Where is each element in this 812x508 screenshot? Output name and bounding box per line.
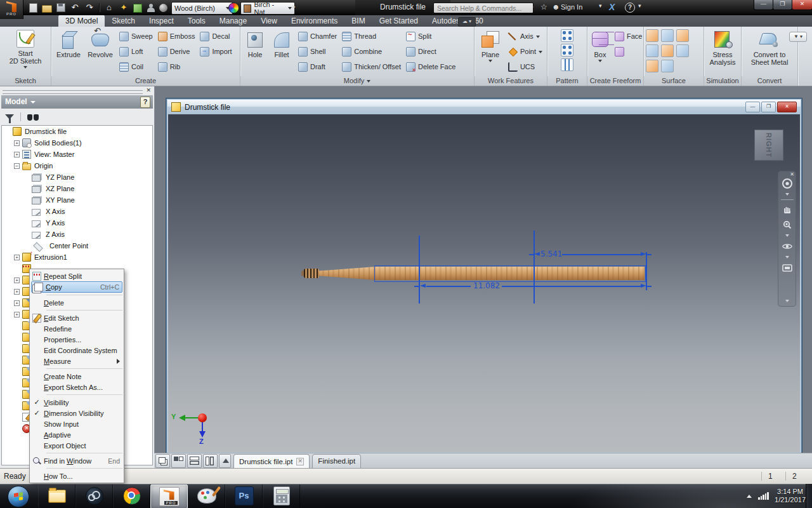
tab-manage[interactable]: Manage bbox=[213, 15, 254, 27]
doc-tab-drumstick[interactable]: Drumstick file.ipt ✕ bbox=[233, 454, 310, 469]
ribbon-button-thread[interactable]: Thread bbox=[340, 29, 403, 44]
extend-icon[interactable] bbox=[676, 29, 689, 42]
ribbon-button-delete-face[interactable]: Delete Face bbox=[404, 59, 457, 74]
a360-cloud-button[interactable]: ☁ ▾ bbox=[458, 17, 476, 27]
ribbon-button-thicken-offset[interactable]: Thicken/ Offset bbox=[340, 59, 403, 74]
work-features-panel-label[interactable]: Work Features bbox=[475, 76, 547, 86]
ribbon-button-ucs[interactable]: UCS bbox=[506, 59, 544, 74]
navigation-wheel-icon[interactable] bbox=[782, 178, 793, 189]
tab-close-icon[interactable]: ✕ bbox=[296, 458, 304, 465]
chevron-down-icon[interactable] bbox=[785, 256, 789, 258]
redo-icon[interactable]: ↷ bbox=[84, 3, 95, 13]
menu-item-visibility[interactable]: ✓Visibility bbox=[30, 397, 124, 408]
mirror-icon[interactable] bbox=[561, 58, 573, 71]
tile-vertical-button[interactable] bbox=[203, 454, 218, 468]
tree-item-view-master[interactable]: +View: Master bbox=[2, 149, 152, 160]
ribbon-button-sweep[interactable]: Sweep bbox=[117, 29, 155, 44]
ruled-icon[interactable] bbox=[646, 60, 658, 72]
tab-scroll-up-button[interactable] bbox=[219, 454, 231, 468]
menu-item-create-note[interactable]: Create Note bbox=[30, 371, 124, 382]
new-file-icon[interactable] bbox=[29, 3, 37, 13]
menu-item-properties[interactable]: Properties... bbox=[30, 334, 124, 345]
ribbon-button-face[interactable]: Face bbox=[613, 29, 644, 44]
cascade-windows-button[interactable] bbox=[155, 454, 170, 468]
tree-item-drumstick-file[interactable]: Drumstick file bbox=[2, 126, 152, 137]
menu-item-adaptive[interactable]: Adaptive bbox=[30, 429, 124, 440]
tab-view[interactable]: View bbox=[254, 15, 284, 27]
tree-item-center-point[interactable]: Center Point bbox=[2, 240, 152, 251]
taskbar-file-explorer[interactable] bbox=[38, 485, 75, 507]
document-window-titlebar[interactable]: Drumstick file — ❐ ✕ bbox=[167, 100, 801, 114]
expand-toggle-icon[interactable]: + bbox=[14, 140, 20, 146]
color-wheel-icon[interactable] bbox=[228, 3, 239, 13]
tree-item-xz-plane[interactable]: XZ Plane bbox=[2, 183, 152, 194]
stitch-icon[interactable] bbox=[646, 29, 658, 42]
create-panel-label[interactable]: Create bbox=[51, 76, 240, 86]
extrude-button[interactable]: Extrude bbox=[54, 29, 83, 58]
ribbon-button-draft[interactable]: Draft bbox=[296, 59, 339, 74]
ribbon-button-rib[interactable]: Rib bbox=[156, 59, 197, 74]
menu-item-how-to[interactable]: How To... bbox=[30, 471, 124, 481]
tab-inspect[interactable]: Inspect bbox=[142, 15, 181, 27]
ribbon-button-derive[interactable]: Derive bbox=[156, 44, 197, 59]
material-select[interactable]: Wood (Birch) bbox=[171, 2, 233, 15]
doc-restore-button[interactable]: ❐ bbox=[761, 102, 776, 112]
pan-hand-icon[interactable] bbox=[782, 204, 793, 215]
show-desktop-button[interactable] bbox=[806, 484, 812, 508]
tab-environments[interactable]: Environments bbox=[284, 15, 344, 27]
tree-item-extrusion1[interactable]: +Extrusion1 bbox=[2, 251, 152, 263]
favorites-star-icon[interactable]: ☆ bbox=[540, 3, 547, 11]
navbar-close-icon[interactable]: ✕ bbox=[790, 171, 794, 177]
modify-panel-label[interactable]: Modify bbox=[240, 76, 474, 86]
sketch-update-icon[interactable]: ✦ bbox=[119, 3, 129, 13]
simulation-panel-label[interactable]: Simulation bbox=[704, 76, 741, 86]
local-update-icon[interactable] bbox=[133, 4, 142, 13]
ribbon-button-import[interactable]: Import bbox=[198, 44, 233, 59]
taskbar-inventor[interactable]: PRO bbox=[150, 485, 188, 508]
menu-item-copy[interactable]: CopyCtrl+C bbox=[31, 281, 122, 293]
ribbon-button-axis[interactable]: Axis bbox=[506, 29, 544, 44]
circular-pattern-icon[interactable] bbox=[561, 44, 573, 57]
orbit-icon[interactable] bbox=[782, 241, 793, 252]
start-button[interactable] bbox=[8, 486, 29, 507]
user-icon[interactable]: ☻ bbox=[552, 3, 560, 11]
menu-item-edit-coordinate-system[interactable]: Edit Coordinate System bbox=[30, 345, 124, 356]
view-cube[interactable]: RIGHT bbox=[754, 130, 783, 161]
menu-item-dimension-visibility[interactable]: ✓Dimension Visibility bbox=[30, 408, 124, 418]
menu-item-find-in-window[interactable]: Find in WindowEnd bbox=[30, 455, 124, 466]
maximize-button[interactable]: ❐ bbox=[773, 0, 792, 10]
pattern-panel-label[interactable]: Pattern bbox=[547, 76, 587, 86]
tab-get-started[interactable]: Get Started bbox=[372, 15, 425, 27]
revolve-button[interactable]: Revolve bbox=[86, 29, 115, 58]
patch-icon[interactable] bbox=[661, 29, 674, 42]
ribbon-button-freeform-plane[interactable] bbox=[613, 44, 644, 59]
help-search-input[interactable] bbox=[433, 3, 534, 13]
ribbon-button-shell[interactable]: Shell bbox=[296, 44, 339, 59]
tree-item-yz-plane[interactable]: YZ Plane bbox=[2, 171, 152, 183]
panel-grip[interactable]: ✕ bbox=[0, 88, 154, 95]
ribbon-button-loft[interactable]: Loft bbox=[117, 44, 155, 59]
network-signal-icon[interactable] bbox=[758, 492, 768, 500]
ribbon-button-point[interactable]: Point bbox=[506, 44, 544, 59]
expand-toggle-icon[interactable]: + bbox=[14, 277, 20, 283]
expand-toggle-icon[interactable]: + bbox=[14, 255, 20, 260]
expand-toggle-icon[interactable]: + bbox=[14, 152, 20, 157]
community-icon[interactable]: ⌖ bbox=[529, 3, 534, 11]
home-view-icon[interactable]: ⌂ bbox=[104, 3, 114, 13]
model-canvas[interactable]: RIGHT ✕ bbox=[168, 114, 800, 452]
zoom-icon[interactable] bbox=[782, 219, 793, 231]
ribbon-collapse-button[interactable]: ▼ ▾ bbox=[789, 32, 807, 42]
appearance-select[interactable]: Birch - Nat bbox=[240, 2, 295, 15]
taskbar-steam[interactable] bbox=[75, 485, 113, 507]
chevron-down-icon[interactable] bbox=[785, 193, 789, 196]
menu-item-export-sketch-as[interactable]: Export Sketch As... bbox=[30, 382, 124, 392]
ribbon-button-chamfer[interactable]: Chamfer bbox=[296, 29, 339, 44]
boundary-icon[interactable] bbox=[646, 44, 658, 57]
ribbon-button-direct[interactable]: Direct bbox=[404, 44, 457, 59]
freeform-box-button[interactable]: Box bbox=[590, 29, 610, 62]
ribbon-button-decal[interactable]: Decal bbox=[198, 29, 233, 44]
convert-panel-label[interactable]: Convert bbox=[742, 76, 797, 86]
look-at-icon[interactable] bbox=[782, 262, 793, 274]
chevron-down-icon[interactable]: ▾ bbox=[599, 3, 602, 9]
undo-icon[interactable]: ↶ bbox=[70, 3, 80, 13]
